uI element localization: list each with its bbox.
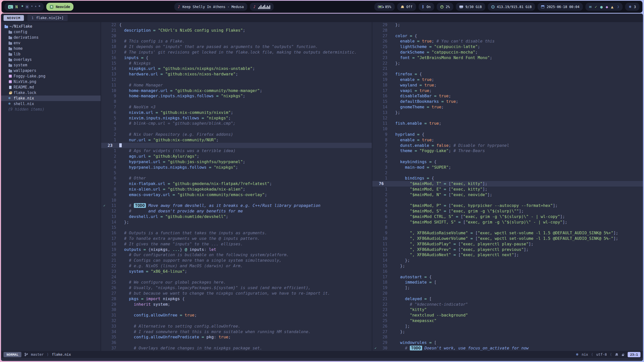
code-line[interactable]: 9 home-manager.inputs.nixpkgs.follows = … [101,93,372,99]
code-line[interactable]: 26 ]; [372,324,643,329]
code-line[interactable]: 36 [101,340,372,345]
code-line[interactable]: 6 nixvim.url = "github:nix-community/nix… [101,110,372,115]
code-line[interactable]: 28 [372,334,643,340]
code-line[interactable]: 4 # blink-cmp.url = "github:saghen/blink… [101,121,372,126]
code-line[interactable]: 17 # The inputs' git revisions get locke… [101,50,372,55]
code-line[interactable]: 13 }; [372,110,643,115]
active-window-module[interactable]: N Neovide [46,3,74,11]
notifications-module[interactable]: Off [397,3,416,11]
code-line[interactable]: 29 inherit system; [101,302,372,307]
code-line[interactable]: 1 nur.url = "github:nix-community/NUR"; [101,137,372,143]
code-line[interactable]: 23 "kitty" [372,307,643,312]
code-line[interactable]: 7 dunst.enable = false; # Disable for hy… [372,143,643,148]
code-line[interactable]: 5 "$mainMod, S" = ["exec, grim -g \"$(sl… [372,208,643,214]
code-line[interactable]: 18 # It gives the name "inputs" to the .… [101,241,372,247]
bluetooth-module[interactable]: ᛒOn [419,3,434,11]
media-visualizer-module[interactable]: ♪ [250,3,274,11]
tree-item-config[interactable]: config [1,29,101,35]
code-line[interactable]: 4 hyprpanel.inputs.nixpkgs.follows = "ni… [101,165,372,170]
cursor-line[interactable]: 23 [101,143,372,148]
code-line[interactable]: 20 firefox = { [372,71,643,77]
code-line[interactable]: 25 # We configure our global packages he… [101,280,372,285]
code-line[interactable]: 26 # Usually, "nixpkgs.legacyPackages.${… [101,285,372,291]
code-line[interactable]: 37 # Overlays define changes in the nixp… [101,345,372,351]
tree-item-derivations[interactable]: derivations [1,35,101,40]
code-line[interactable]: ✓30 # TODO Doesn't work, use focus_on_ac… [372,345,643,351]
code-line[interactable]: 9 emacs-overlay.url = "github:nix-commun… [101,192,372,198]
code-line[interactable]: ✓11 # TODO Move away from devshell, as i… [101,203,372,208]
code-line[interactable]: 29 windowrules = [ [372,340,643,345]
code-line[interactable]: 24 [101,274,372,280]
code-line[interactable]: 17 # To handle extra arguments we use th… [101,236,372,241]
code-line[interactable]: 28 [372,28,643,33]
code-line[interactable]: 8 enable = true; [372,137,643,143]
code-line[interactable]: 2 # Nix User Repository (e.g. Firefox ad… [101,132,372,137]
code-line[interactable]: 12 # and doesn't provide any benefits fo… [101,208,372,214]
code-line[interactable]: 27 # but because we want to change the n… [101,291,372,296]
code-line[interactable]: 3 hyprpanel.url = "github:jas-singhfsu/h… [101,159,372,165]
code-line[interactable]: 20 [372,291,643,296]
code-line[interactable]: 34 # I read somewhere that this is more … [101,329,372,335]
tray-icon-purple[interactable]: ◆ [606,5,608,9]
workspace-icon-1[interactable]: ● [22,5,23,9]
code-line[interactable]: 11 ", XF86AudioPlay" = ["exec, playerctl… [372,241,643,247]
code-line[interactable]: 16 inputs = { [101,55,372,61]
editor-right-pane[interactable]: 29 };2827 color = {26 enable = true; # Y… [372,22,643,351]
cpu-module[interactable]: 2% [437,3,453,11]
workspace-icon-2[interactable]: ■ [25,5,29,9]
code-line[interactable]: 12 ", XF86AudioPrev" = ["exec, playerctl… [372,247,643,252]
clock-module[interactable]: 2025-06-18 00:04 [538,3,583,11]
code-line[interactable]: 3 [372,198,643,203]
editor-left-pane[interactable]: 22{21 description = "ChUrl's NixOS confi… [101,22,372,351]
code-line[interactable]: 14 gnomeTheme = true; [372,104,643,110]
tree-item-flake.nix[interactable]: ❄flake.nix [1,96,101,101]
tree-item-README.md[interactable]: README.md [1,84,101,90]
battery-module[interactable]: 85% [374,3,395,11]
code-line[interactable]: 13 ", XF86AudioNext" = ["exec, playerctl… [372,252,643,258]
tray-icon-blue[interactable]: ☽ [616,5,619,9]
code-line[interactable]: 7 nix-flatpak.url = "github:gmodena/nix-… [101,181,372,187]
code-line[interactable]: 18 # It depends on "inputs" that are pas… [101,44,372,50]
code-line[interactable]: 7 "$mainMod SHIFT, S" = ["exec, grim -g … [372,219,643,225]
code-line[interactable]: 23 system = "x86_64-linux"; [101,269,372,274]
media-title-module[interactable]: ♪ Keep Shelly In Athens - Medusa [174,3,247,11]
code-line[interactable]: 28 pkgs = import nixpkgs { [101,296,372,302]
code-line[interactable]: 2 "$mainMod, N" = ["exec, neovide"]; [372,192,643,198]
code-line[interactable]: 19 ]; [372,285,643,291]
code-line[interactable]: 33 # Alternative to setting config.allow… [101,324,372,329]
tree-item-lib[interactable]: lib [1,51,101,57]
code-line[interactable]: 20 [101,33,372,39]
workspaces-module[interactable]: ❯_ N ●■◆▲● [5,3,44,11]
tree-item-wallpapers[interactable]: wallpapers [1,68,101,73]
code-line[interactable]: 22{ [101,22,372,28]
code-line[interactable]: 26 enable = true; # You can't disable th… [372,38,643,44]
code-line[interactable]: 1 bindings = { [372,175,643,181]
code-line[interactable]: 12 [101,77,372,82]
cursor-line[interactable]: 76 "$mainMod, T" = ["exec, kitty"]; [372,181,643,187]
buffer-tab[interactable]: 1 flake.nix[2+] [27,15,68,21]
memory-module[interactable]: 9/30 GiB [456,3,485,11]
code-line[interactable]: 25 "keepassxc" [372,318,643,324]
tray-icon-teal[interactable]: ● [600,5,603,9]
code-line[interactable]: 22 # e.g. NixOS (linux) and MacOS (darwi… [101,263,372,269]
code-line[interactable]: 10 home-manager.url = "github:nix-commun… [101,88,372,94]
code-line[interactable]: 14 }; [101,219,372,225]
code-line[interactable]: 10 ", XF86AudioLowerVolume" = ["exec, wp… [372,236,643,241]
code-line[interactable]: 3 main-mod = "SUPER"; [372,165,643,170]
code-line[interactable]: 17 vaapi = true; [372,88,643,94]
code-line[interactable]: 15 }; [372,263,643,269]
code-line[interactable]: 4 "$mainMod, P" = ["exec, hyprpicker --a… [372,203,643,208]
code-line[interactable]: 31 config.allowUnfree = true; [101,312,372,318]
code-line[interactable]: 8 [372,225,643,230]
code-line[interactable]: 14 nixpkgs.url = "github:nixos/nixpkgs/n… [101,66,372,71]
code-line[interactable]: 14 }; [372,258,643,263]
tree-item-NixVim.png[interactable]: NixVim.png [1,79,101,84]
code-line[interactable]: 10 [372,126,643,132]
code-line[interactable]: 25 lightScheme = "catppuccin-latte"; [372,44,643,50]
code-line[interactable]: 10 [101,198,372,203]
code-line[interactable]: 2 [372,170,643,176]
code-line[interactable]: 21 [372,66,643,71]
code-line[interactable]: 9 hyprland = { [372,132,643,137]
code-line[interactable]: 32 [101,318,372,324]
tree-item-shell.nix[interactable]: ❄shell.nix [1,101,101,107]
